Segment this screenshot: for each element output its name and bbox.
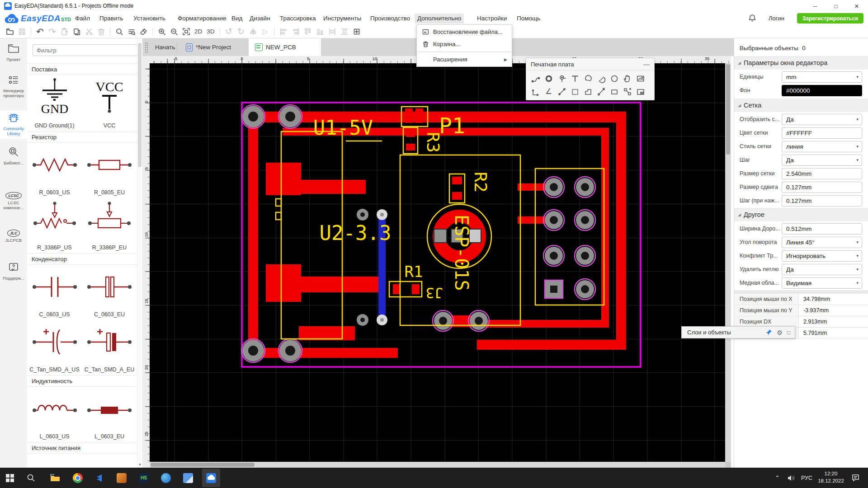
taskbar-app-blue-circle-icon[interactable] bbox=[156, 468, 176, 488]
arc-tool-icon[interactable] bbox=[581, 72, 594, 85]
zoom-out-icon[interactable] bbox=[168, 26, 180, 38]
section-header[interactable]: Индуктивность bbox=[27, 375, 137, 387]
group-other[interactable]: ◢Другое bbox=[734, 208, 868, 221]
find-similar-icon[interactable] bbox=[125, 26, 137, 38]
group-tool-icon[interactable] bbox=[621, 85, 634, 98]
menu-design[interactable]: Дизайн bbox=[247, 14, 273, 23]
taskbar-chrome-icon[interactable] bbox=[68, 468, 88, 488]
cut-icon[interactable] bbox=[83, 26, 95, 38]
sidebar-item-library[interactable]: Библиот... bbox=[0, 146, 27, 165]
group-grid[interactable]: ◢Сетка bbox=[734, 99, 868, 112]
zoom-in-icon[interactable] bbox=[156, 26, 168, 38]
part-r0805eu[interactable]: R_0805_EU bbox=[82, 143, 137, 198]
language-indicator[interactable]: РУС bbox=[801, 468, 812, 488]
pad-tool-icon[interactable] bbox=[542, 72, 555, 85]
flip-horizontal-icon[interactable] bbox=[247, 26, 259, 38]
tray-chevron-icon[interactable]: ⌃ bbox=[775, 468, 780, 488]
scroll-down-arrow[interactable]: ▾ bbox=[137, 462, 142, 467]
paste-icon[interactable] bbox=[58, 26, 71, 38]
fit-view-icon[interactable] bbox=[180, 26, 192, 38]
menu-view[interactable]: Вид bbox=[229, 14, 245, 23]
tab-new-project[interactable]: *New Project bbox=[179, 38, 237, 56]
taskbar-explorer-icon[interactable] bbox=[45, 468, 65, 488]
redo-icon[interactable]: ↷ bbox=[46, 26, 58, 38]
via-tool-icon[interactable] bbox=[555, 72, 568, 85]
part-ctansmdaeu[interactable]: C_Tan_SMD_A_EU bbox=[82, 320, 137, 375]
menu-format[interactable]: Форматирование bbox=[175, 14, 229, 23]
grid-array-icon[interactable]: ⊞ bbox=[351, 26, 363, 38]
scrollbar-thumb[interactable] bbox=[726, 64, 730, 155]
search-icon[interactable] bbox=[113, 26, 125, 38]
measure-tool-icon[interactable] bbox=[555, 85, 568, 98]
conflict-select[interactable]: Игнорировать▾ bbox=[782, 250, 862, 262]
new-file-icon[interactable] bbox=[4, 26, 16, 38]
eraser-icon[interactable] bbox=[137, 26, 150, 38]
grid-color-input[interactable]: #FFFFFF bbox=[782, 127, 862, 139]
rotate-right-icon[interactable]: ↻ bbox=[235, 26, 247, 38]
solid-region-tool-icon[interactable] bbox=[568, 85, 581, 98]
distribute-vertical-icon[interactable] bbox=[339, 26, 351, 38]
section-header[interactable]: Источник питания bbox=[27, 442, 137, 454]
view-3d-button[interactable]: 3D bbox=[204, 28, 217, 35]
canvas-hscrollbar[interactable] bbox=[150, 462, 731, 468]
delete-icon[interactable] bbox=[95, 26, 107, 38]
layers-objects-panel[interactable]: Слои и объекты ⚙ □ bbox=[681, 326, 795, 338]
menu-tools[interactable]: Инструменты bbox=[321, 14, 364, 23]
drag-handle-icon[interactable] bbox=[145, 42, 148, 53]
copper-area-tool-icon[interactable] bbox=[581, 85, 594, 98]
image-tool-icon[interactable] bbox=[634, 72, 647, 85]
copy-icon[interactable] bbox=[71, 26, 83, 38]
dimension-tool-icon[interactable] bbox=[529, 85, 542, 98]
expand-window-icon[interactable]: □ bbox=[787, 329, 790, 336]
sidebar-item-lcsc[interactable]: LCSC LCSC компоне... bbox=[0, 191, 27, 210]
angle-tool-icon[interactable]: ∠ bbox=[542, 85, 555, 98]
section-header[interactable]: Поставка bbox=[27, 63, 137, 75]
distribute-horizontal-icon[interactable] bbox=[326, 26, 339, 38]
start-button[interactable] bbox=[0, 468, 20, 488]
taskbar-search-icon[interactable] bbox=[21, 468, 41, 488]
panelize-tool-icon[interactable] bbox=[634, 85, 647, 98]
canvas-vscrollbar[interactable] bbox=[725, 63, 731, 462]
taskbar-app-orange-icon[interactable] bbox=[112, 468, 132, 488]
grid-style-select[interactable]: линия▾ bbox=[782, 141, 862, 152]
section-header[interactable]: Конденсатор bbox=[27, 253, 137, 265]
login-link[interactable]: Логин bbox=[769, 15, 784, 22]
section-header[interactable]: Резистор bbox=[27, 131, 137, 143]
snap-size-input[interactable]: 0.127mm bbox=[782, 182, 862, 193]
part-r0603us[interactable]: R_0603_US bbox=[27, 143, 82, 198]
action-center-icon[interactable]: 1 bbox=[852, 468, 860, 488]
arc3point-tool-icon[interactable] bbox=[594, 72, 608, 85]
menu-route[interactable]: Трассировка bbox=[277, 14, 318, 23]
snap-select[interactable]: Да▾ bbox=[782, 155, 862, 166]
view-2d-button[interactable]: 2D bbox=[192, 28, 204, 35]
clock[interactable]: 12:20 18.12.2022 bbox=[813, 470, 849, 484]
save-icon[interactable] bbox=[16, 26, 28, 38]
menu-item-recycle-bin[interactable]: Корзина... bbox=[417, 38, 512, 50]
minimize-palette-icon[interactable]: — bbox=[643, 61, 650, 68]
sidebar-item-support[interactable]: Поддерж... bbox=[0, 262, 27, 281]
menu-place[interactable]: Установить bbox=[131, 14, 168, 23]
part-c0603eu[interactable]: C_0603_EU bbox=[82, 265, 137, 320]
minimize-button[interactable]: ─ bbox=[805, 0, 826, 12]
alt-snap-input[interactable]: 0.127mm bbox=[782, 195, 862, 206]
taskbar-vscode-icon[interactable] bbox=[90, 468, 109, 488]
tab-new-pcb[interactable]: NEW_PCB bbox=[249, 38, 321, 56]
copper-area-select[interactable]: Видимая▾ bbox=[782, 277, 862, 289]
menu-help[interactable]: Помощь bbox=[514, 14, 543, 23]
remove-loop-select[interactable]: Да▾ bbox=[782, 264, 862, 275]
taskbar-app-hs-icon[interactable]: HS bbox=[134, 468, 154, 488]
volume-icon[interactable] bbox=[788, 468, 796, 488]
align-top-icon[interactable] bbox=[302, 26, 314, 38]
scrollbar-thumb[interactable] bbox=[138, 43, 142, 167]
sidebar-item-jlcpcb[interactable]: JLC JLCPCB bbox=[0, 228, 27, 243]
align-right-icon[interactable] bbox=[290, 26, 302, 38]
taskbar-easyeda-icon[interactable] bbox=[201, 468, 221, 488]
menu-settings[interactable]: Настройки bbox=[474, 14, 509, 23]
part-c0603us[interactable]: C_0603_US bbox=[27, 265, 82, 320]
header-pads[interactable] bbox=[543, 177, 595, 300]
menu-advanced[interactable]: Дополнительно bbox=[415, 14, 464, 23]
maximize-button[interactable]: □ bbox=[826, 0, 846, 12]
align-bottom-icon[interactable] bbox=[314, 26, 326, 38]
menu-file[interactable]: Файл bbox=[72, 14, 93, 23]
filter-input[interactable] bbox=[33, 44, 139, 56]
